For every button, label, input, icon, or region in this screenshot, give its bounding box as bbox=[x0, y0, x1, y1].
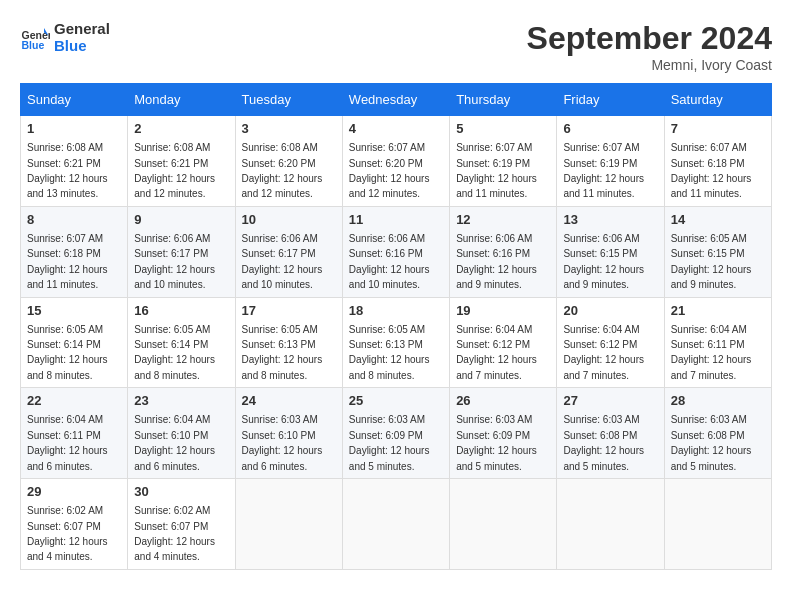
day-number: 4 bbox=[349, 120, 443, 138]
day-info: Sunrise: 6:03 AMSunset: 6:08 PMDaylight:… bbox=[671, 414, 752, 471]
day-info: Sunrise: 6:06 AMSunset: 6:16 PMDaylight:… bbox=[349, 233, 430, 290]
day-info: Sunrise: 6:06 AMSunset: 6:15 PMDaylight:… bbox=[563, 233, 644, 290]
calendar-cell: 30Sunrise: 6:02 AMSunset: 6:07 PMDayligh… bbox=[128, 479, 235, 570]
day-number: 5 bbox=[456, 120, 550, 138]
calendar-cell: 20Sunrise: 6:04 AMSunset: 6:12 PMDayligh… bbox=[557, 297, 664, 388]
day-info: Sunrise: 6:08 AMSunset: 6:21 PMDaylight:… bbox=[134, 142, 215, 199]
day-number: 10 bbox=[242, 211, 336, 229]
day-info: Sunrise: 6:03 AMSunset: 6:10 PMDaylight:… bbox=[242, 414, 323, 471]
calendar-week-row: 29Sunrise: 6:02 AMSunset: 6:07 PMDayligh… bbox=[21, 479, 772, 570]
day-number: 29 bbox=[27, 483, 121, 501]
day-info: Sunrise: 6:07 AMSunset: 6:19 PMDaylight:… bbox=[456, 142, 537, 199]
day-info: Sunrise: 6:03 AMSunset: 6:08 PMDaylight:… bbox=[563, 414, 644, 471]
day-info: Sunrise: 6:07 AMSunset: 6:20 PMDaylight:… bbox=[349, 142, 430, 199]
day-number: 20 bbox=[563, 302, 657, 320]
calendar-cell: 26Sunrise: 6:03 AMSunset: 6:09 PMDayligh… bbox=[450, 388, 557, 479]
day-info: Sunrise: 6:04 AMSunset: 6:12 PMDaylight:… bbox=[456, 324, 537, 381]
day-info: Sunrise: 6:04 AMSunset: 6:11 PMDaylight:… bbox=[671, 324, 752, 381]
day-number: 28 bbox=[671, 392, 765, 410]
calendar-cell: 29Sunrise: 6:02 AMSunset: 6:07 PMDayligh… bbox=[21, 479, 128, 570]
day-number: 24 bbox=[242, 392, 336, 410]
page-header: General Blue General Blue September 2024… bbox=[20, 20, 772, 73]
month-title: September 2024 bbox=[527, 20, 772, 57]
calendar-cell: 7Sunrise: 6:07 AMSunset: 6:18 PMDaylight… bbox=[664, 116, 771, 207]
calendar-cell: 10Sunrise: 6:06 AMSunset: 6:17 PMDayligh… bbox=[235, 206, 342, 297]
calendar-cell bbox=[450, 479, 557, 570]
calendar-cell: 1Sunrise: 6:08 AMSunset: 6:21 PMDaylight… bbox=[21, 116, 128, 207]
day-number: 14 bbox=[671, 211, 765, 229]
calendar-cell: 6Sunrise: 6:07 AMSunset: 6:19 PMDaylight… bbox=[557, 116, 664, 207]
calendar-cell bbox=[664, 479, 771, 570]
calendar-week-row: 15Sunrise: 6:05 AMSunset: 6:14 PMDayligh… bbox=[21, 297, 772, 388]
day-info: Sunrise: 6:05 AMSunset: 6:14 PMDaylight:… bbox=[134, 324, 215, 381]
day-info: Sunrise: 6:06 AMSunset: 6:17 PMDaylight:… bbox=[242, 233, 323, 290]
day-info: Sunrise: 6:07 AMSunset: 6:19 PMDaylight:… bbox=[563, 142, 644, 199]
day-info: Sunrise: 6:07 AMSunset: 6:18 PMDaylight:… bbox=[27, 233, 108, 290]
day-number: 1 bbox=[27, 120, 121, 138]
day-number: 27 bbox=[563, 392, 657, 410]
day-info: Sunrise: 6:05 AMSunset: 6:13 PMDaylight:… bbox=[349, 324, 430, 381]
calendar-cell: 13Sunrise: 6:06 AMSunset: 6:15 PMDayligh… bbox=[557, 206, 664, 297]
calendar-header-row: SundayMondayTuesdayWednesdayThursdayFrid… bbox=[21, 84, 772, 116]
day-number: 22 bbox=[27, 392, 121, 410]
calendar-cell: 15Sunrise: 6:05 AMSunset: 6:14 PMDayligh… bbox=[21, 297, 128, 388]
calendar-cell: 5Sunrise: 6:07 AMSunset: 6:19 PMDaylight… bbox=[450, 116, 557, 207]
day-number: 13 bbox=[563, 211, 657, 229]
day-number: 21 bbox=[671, 302, 765, 320]
calendar-cell: 16Sunrise: 6:05 AMSunset: 6:14 PMDayligh… bbox=[128, 297, 235, 388]
logo-icon: General Blue bbox=[20, 22, 50, 52]
header-friday: Friday bbox=[557, 84, 664, 116]
calendar-cell: 18Sunrise: 6:05 AMSunset: 6:13 PMDayligh… bbox=[342, 297, 449, 388]
calendar-cell: 14Sunrise: 6:05 AMSunset: 6:15 PMDayligh… bbox=[664, 206, 771, 297]
day-info: Sunrise: 6:05 AMSunset: 6:14 PMDaylight:… bbox=[27, 324, 108, 381]
day-info: Sunrise: 6:07 AMSunset: 6:18 PMDaylight:… bbox=[671, 142, 752, 199]
day-number: 9 bbox=[134, 211, 228, 229]
day-number: 6 bbox=[563, 120, 657, 138]
header-wednesday: Wednesday bbox=[342, 84, 449, 116]
calendar-cell bbox=[557, 479, 664, 570]
day-number: 25 bbox=[349, 392, 443, 410]
day-info: Sunrise: 6:08 AMSunset: 6:21 PMDaylight:… bbox=[27, 142, 108, 199]
calendar-cell: 19Sunrise: 6:04 AMSunset: 6:12 PMDayligh… bbox=[450, 297, 557, 388]
header-thursday: Thursday bbox=[450, 84, 557, 116]
day-number: 3 bbox=[242, 120, 336, 138]
calendar-week-row: 1Sunrise: 6:08 AMSunset: 6:21 PMDaylight… bbox=[21, 116, 772, 207]
day-info: Sunrise: 6:04 AMSunset: 6:11 PMDaylight:… bbox=[27, 414, 108, 471]
day-number: 8 bbox=[27, 211, 121, 229]
day-number: 11 bbox=[349, 211, 443, 229]
day-number: 2 bbox=[134, 120, 228, 138]
calendar-cell: 2Sunrise: 6:08 AMSunset: 6:21 PMDaylight… bbox=[128, 116, 235, 207]
day-info: Sunrise: 6:03 AMSunset: 6:09 PMDaylight:… bbox=[456, 414, 537, 471]
calendar-week-row: 8Sunrise: 6:07 AMSunset: 6:18 PMDaylight… bbox=[21, 206, 772, 297]
header-sunday: Sunday bbox=[21, 84, 128, 116]
location-subtitle: Memni, Ivory Coast bbox=[527, 57, 772, 73]
day-info: Sunrise: 6:05 AMSunset: 6:13 PMDaylight:… bbox=[242, 324, 323, 381]
logo-line2: Blue bbox=[54, 37, 110, 54]
title-area: September 2024 Memni, Ivory Coast bbox=[527, 20, 772, 73]
calendar-cell: 8Sunrise: 6:07 AMSunset: 6:18 PMDaylight… bbox=[21, 206, 128, 297]
calendar-cell: 17Sunrise: 6:05 AMSunset: 6:13 PMDayligh… bbox=[235, 297, 342, 388]
day-info: Sunrise: 6:04 AMSunset: 6:12 PMDaylight:… bbox=[563, 324, 644, 381]
day-info: Sunrise: 6:06 AMSunset: 6:16 PMDaylight:… bbox=[456, 233, 537, 290]
calendar-cell: 23Sunrise: 6:04 AMSunset: 6:10 PMDayligh… bbox=[128, 388, 235, 479]
calendar-cell: 4Sunrise: 6:07 AMSunset: 6:20 PMDaylight… bbox=[342, 116, 449, 207]
svg-text:Blue: Blue bbox=[22, 39, 45, 51]
day-info: Sunrise: 6:04 AMSunset: 6:10 PMDaylight:… bbox=[134, 414, 215, 471]
day-number: 18 bbox=[349, 302, 443, 320]
header-tuesday: Tuesday bbox=[235, 84, 342, 116]
day-number: 26 bbox=[456, 392, 550, 410]
calendar-cell: 25Sunrise: 6:03 AMSunset: 6:09 PMDayligh… bbox=[342, 388, 449, 479]
day-number: 17 bbox=[242, 302, 336, 320]
header-saturday: Saturday bbox=[664, 84, 771, 116]
calendar-cell: 24Sunrise: 6:03 AMSunset: 6:10 PMDayligh… bbox=[235, 388, 342, 479]
calendar-cell bbox=[342, 479, 449, 570]
calendar-cell: 9Sunrise: 6:06 AMSunset: 6:17 PMDaylight… bbox=[128, 206, 235, 297]
day-number: 19 bbox=[456, 302, 550, 320]
calendar-cell: 27Sunrise: 6:03 AMSunset: 6:08 PMDayligh… bbox=[557, 388, 664, 479]
day-info: Sunrise: 6:02 AMSunset: 6:07 PMDaylight:… bbox=[27, 505, 108, 562]
day-number: 23 bbox=[134, 392, 228, 410]
calendar-cell: 12Sunrise: 6:06 AMSunset: 6:16 PMDayligh… bbox=[450, 206, 557, 297]
calendar-cell: 21Sunrise: 6:04 AMSunset: 6:11 PMDayligh… bbox=[664, 297, 771, 388]
header-monday: Monday bbox=[128, 84, 235, 116]
logo: General Blue General Blue bbox=[20, 20, 110, 54]
